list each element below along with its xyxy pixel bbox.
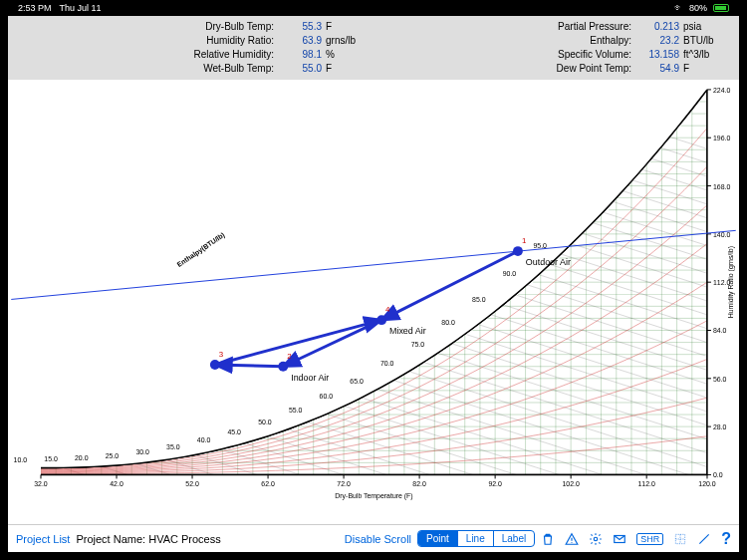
partial-pressure-label: Partial Pressure: — [374, 20, 637, 34]
svg-text:3: 3 — [219, 350, 224, 359]
enthalpy-label: Enthalpy: — [374, 34, 637, 48]
svg-text:2: 2 — [287, 352, 291, 361]
svg-point-191 — [278, 362, 288, 372]
status-bar: 2:53 PM Thu Jul 11 ᯤ 80% — [0, 0, 747, 16]
svg-point-194 — [210, 360, 220, 370]
svg-text:52.0: 52.0 — [185, 480, 199, 487]
svg-point-188 — [513, 246, 523, 256]
svg-text:56.0: 56.0 — [713, 376, 727, 383]
wifi-icon: ᯤ — [674, 3, 683, 13]
svg-text:80.0: 80.0 — [441, 319, 455, 326]
bottom-toolbar: Project List Project Name: HVAC Process … — [8, 524, 739, 552]
partial-pressure-value: 0.213 — [637, 20, 683, 34]
svg-text:112.0: 112.0 — [638, 480, 655, 487]
warning-icon[interactable] — [565, 532, 579, 546]
svg-text:45.0: 45.0 — [228, 428, 242, 435]
battery-percent: 80% — [689, 3, 707, 13]
humidity-ratio-value: 63.9 — [280, 34, 326, 48]
wet-bulb-label: Wet-Bulb Temp: — [16, 62, 280, 76]
svg-text:82.0: 82.0 — [412, 480, 426, 487]
status-time: 2:53 PM — [18, 3, 52, 13]
svg-text:85.0: 85.0 — [472, 296, 486, 303]
rh-value: 98.1 — [280, 48, 326, 62]
svg-text:Outdoor Air: Outdoor Air — [526, 257, 571, 267]
svg-text:72.0: 72.0 — [337, 480, 351, 487]
svg-text:65.0: 65.0 — [350, 378, 364, 385]
mail-icon[interactable] — [613, 532, 626, 546]
svg-text:40.0: 40.0 — [197, 436, 211, 443]
wet-bulb-value: 55.0 — [280, 62, 326, 76]
svg-text:62.0: 62.0 — [261, 480, 275, 487]
battery-icon — [713, 4, 729, 12]
specific-volume-label: Specific Volume: — [374, 48, 637, 62]
mode-segmented-control: Point Line Label — [417, 530, 535, 547]
svg-text:20.0: 20.0 — [75, 454, 89, 461]
svg-text:25.0: 25.0 — [106, 452, 120, 459]
svg-point-196 — [376, 315, 386, 325]
segment-label[interactable]: Label — [494, 531, 534, 546]
svg-point-201 — [594, 537, 598, 541]
svg-text:10.0: 10.0 — [14, 456, 28, 463]
psychrometric-chart[interactable]: HVAC Process 32.042.052.062.072.082.092.… — [8, 80, 739, 524]
svg-text:30.0: 30.0 — [135, 448, 149, 455]
svg-point-200 — [572, 541, 573, 542]
segment-line[interactable]: Line — [458, 531, 494, 546]
svg-text:168.0: 168.0 — [713, 183, 730, 190]
svg-text:35.0: 35.0 — [166, 443, 180, 450]
disable-scroll-button[interactable]: Disable Scroll — [345, 533, 411, 545]
svg-text:196.0: 196.0 — [713, 135, 730, 141]
line-tool-icon[interactable] — [697, 532, 711, 546]
svg-text:102.0: 102.0 — [562, 480, 579, 487]
svg-text:55.0: 55.0 — [289, 407, 303, 414]
svg-text:75.0: 75.0 — [411, 341, 425, 348]
svg-text:Dry-Bulb Temperature (F): Dry-Bulb Temperature (F) — [335, 492, 412, 500]
humidity-ratio-label: Humidity Ratio: — [16, 34, 280, 48]
svg-text:0.0: 0.0 — [713, 471, 723, 478]
dry-bulb-label: Dry-Bulb Temp: — [16, 20, 280, 34]
project-list-link[interactable]: Project List — [16, 533, 70, 545]
svg-text:224.0: 224.0 — [713, 87, 730, 94]
svg-text:4: 4 — [385, 305, 390, 314]
svg-text:28.0: 28.0 — [713, 423, 727, 430]
help-icon[interactable]: ? — [721, 530, 731, 548]
grid-icon[interactable] — [673, 532, 687, 546]
state-readout-panel: Dry-Bulb Temp:55.3F Humidity Ratio:63.9g… — [8, 16, 739, 80]
specific-volume-value: 13.158 — [637, 48, 683, 62]
svg-text:1: 1 — [522, 236, 527, 245]
dew-point-label: Dew Point Temp: — [374, 62, 637, 76]
trash-icon[interactable] — [541, 532, 555, 546]
svg-line-206 — [700, 534, 709, 543]
svg-text:32.0: 32.0 — [34, 480, 48, 487]
svg-line-186 — [215, 365, 283, 367]
status-date: Thu Jul 11 — [60, 3, 102, 13]
svg-text:60.0: 60.0 — [320, 393, 334, 400]
svg-text:50.0: 50.0 — [258, 419, 272, 425]
svg-text:42.0: 42.0 — [110, 480, 124, 487]
shr-button[interactable]: SHR — [636, 533, 663, 545]
svg-text:Humidity Ratio (grns/lb): Humidity Ratio (grns/lb) — [727, 246, 735, 318]
svg-text:92.0: 92.0 — [488, 480, 502, 487]
svg-text:Indoor Air: Indoor Air — [291, 373, 329, 383]
segment-point[interactable]: Point — [418, 531, 458, 546]
svg-text:120.0: 120.0 — [698, 480, 715, 487]
dry-bulb-value: 55.3 — [280, 20, 326, 34]
svg-text:15.0: 15.0 — [44, 455, 58, 462]
enthalpy-value: 23.2 — [637, 34, 683, 48]
svg-text:Mixed Air: Mixed Air — [389, 326, 426, 336]
svg-text:84.0: 84.0 — [713, 327, 727, 334]
gear-icon[interactable] — [589, 532, 603, 546]
svg-text:70.0: 70.0 — [380, 360, 394, 367]
project-name-label: Project Name: HVAC Process — [76, 533, 220, 545]
svg-text:90.0: 90.0 — [503, 270, 517, 277]
dew-point-value: 54.9 — [637, 62, 683, 76]
rh-label: Relative Humidity: — [16, 48, 280, 62]
